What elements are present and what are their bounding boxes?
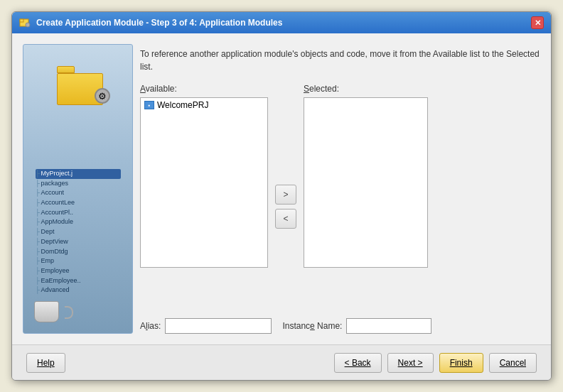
- tree-panel: MyProject.j packages Account AccountLee …: [36, 169, 121, 295]
- move-left-button[interactable]: <: [275, 209, 296, 229]
- description-text: To reference another application module'…: [140, 44, 540, 77]
- selected-label: Selected:: [304, 84, 540, 94]
- folder-icon: ⚙: [57, 66, 107, 105]
- cancel-button[interactable]: Cancel: [489, 353, 537, 373]
- close-button[interactable]: ✕: [531, 16, 544, 29]
- cup-handle: [65, 306, 73, 319]
- footer-left: Help: [26, 353, 65, 373]
- selected-listbox[interactable]: [304, 97, 428, 268]
- fields-row: Alias: Instance Name:: [140, 318, 540, 334]
- instance-name-label: Instance Name:: [282, 321, 342, 331]
- dialog-window: Create Application Module - Step 3 of 4:…: [11, 11, 552, 381]
- package-icon: [144, 101, 154, 109]
- alias-label: Alias:: [140, 321, 161, 331]
- next-button[interactable]: Next >: [387, 353, 434, 373]
- gear-icon: ⚙: [95, 88, 110, 104]
- available-label: Available:: [140, 84, 268, 94]
- right-arrow-icon: >: [283, 190, 288, 200]
- arrow-buttons: > <: [275, 163, 296, 229]
- help-button[interactable]: Help: [26, 353, 65, 373]
- help-label: Help: [37, 358, 55, 368]
- tree-item: DomDtdg: [36, 247, 121, 257]
- move-right-button[interactable]: >: [275, 185, 296, 205]
- cancel-label: Cancel: [500, 358, 526, 368]
- folder-tab: [57, 66, 75, 73]
- alias-field-group: Alias:: [140, 318, 272, 334]
- tree-item: EaEmployee..: [36, 276, 121, 286]
- footer: Help < Back Next > Finish Cancel: [12, 344, 551, 380]
- finish-label: Finish: [450, 358, 473, 368]
- left-arrow-icon: <: [283, 214, 288, 224]
- title-text: Create Application Module - Step 3 of 4:…: [36, 18, 282, 28]
- next-label: Next >: [398, 358, 423, 368]
- available-item-label: WelcomePRJ: [157, 100, 208, 110]
- coffee-cup-icon: [34, 294, 66, 322]
- tree-item: Dept: [36, 227, 121, 237]
- tree-item: Employee: [36, 266, 121, 276]
- instance-name-field-group: Instance Name:: [282, 318, 431, 334]
- back-label: < Back: [345, 358, 371, 368]
- tree-item: Emp: [36, 256, 121, 266]
- alias-input[interactable]: [165, 318, 272, 334]
- tree-item: packages: [36, 179, 121, 189]
- footer-right: < Back Next > Finish Cancel: [334, 353, 537, 373]
- instance-name-input[interactable]: [346, 318, 431, 334]
- tree-item: AccountPl..: [36, 208, 121, 218]
- dialog-icon: [19, 17, 31, 28]
- available-item-welcomeprj[interactable]: WelcomePRJ: [141, 98, 267, 112]
- svg-point-2: [26, 23, 30, 27]
- finish-button[interactable]: Finish: [439, 353, 483, 373]
- tree-item: Account: [36, 188, 121, 198]
- left-panel-image: ⚙ MyProject.j packages Account AccountLe…: [23, 45, 132, 333]
- lists-area: Available: WelcomePRJ > <: [140, 84, 540, 307]
- tree-item: MyProject.j: [36, 169, 121, 179]
- svg-rect-1: [20, 19, 23, 22]
- tree-item: AccountLee: [36, 198, 121, 208]
- cup-body: [34, 301, 59, 322]
- back-button[interactable]: < Back: [334, 353, 382, 373]
- tree-item: AppModule: [36, 217, 121, 227]
- title-bar: Create Application Module - Step 3 of 4:…: [12, 12, 551, 33]
- right-content: To reference another application module'…: [140, 44, 540, 334]
- left-panel: ⚙ MyProject.j packages Account AccountLe…: [23, 44, 133, 334]
- selected-list-column: Selected:: [304, 84, 540, 268]
- title-bar-left: Create Application Module - Step 3 of 4:…: [19, 17, 282, 28]
- available-listbox[interactable]: WelcomePRJ: [140, 97, 268, 268]
- available-list-column: Available: WelcomePRJ: [140, 84, 268, 268]
- dialog-body: ⚙ MyProject.j packages Account AccountLe…: [12, 33, 551, 344]
- tree-item: DeptView: [36, 237, 121, 247]
